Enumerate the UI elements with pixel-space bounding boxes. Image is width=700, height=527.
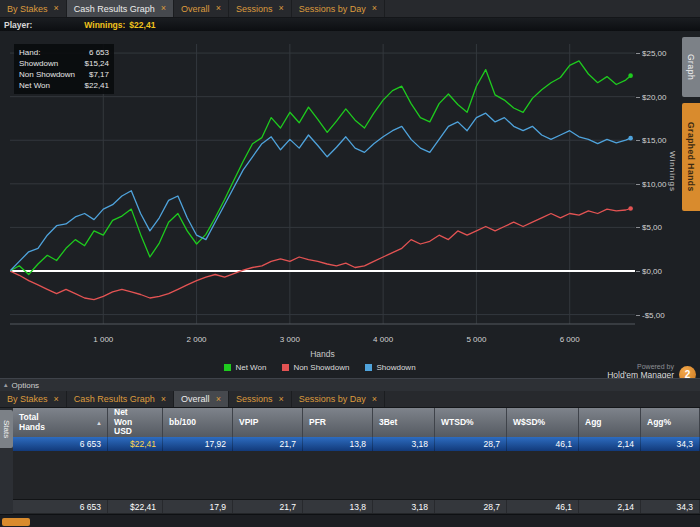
column-header-label: Net Won USD [114,408,132,437]
y-tick-label: $5,00 [642,223,662,232]
info-value: $22,41 [85,80,109,91]
x-axis-title: Hands [10,349,635,359]
horizontal-scrollbar[interactable] [0,514,700,527]
column-header-label: Agg% [647,418,671,428]
tab-label: Sessions [236,4,273,14]
tab-by-stakes[interactable]: By Stakes× [0,391,67,407]
tab-close-icon[interactable]: × [216,395,221,404]
tab-sessions-by-day[interactable]: Sessions by Day× [292,391,385,407]
legend-swatch-icon [282,364,289,371]
info-box-row: Hand:6 653 [19,47,109,58]
side-tab-stats[interactable]: Stats [0,410,13,448]
cell-w-sd-: 46,1 [507,437,579,451]
column-header-3bet[interactable]: 3Bet [373,408,435,437]
column-header-label: PFR [309,418,326,428]
tab-label: Cash Results Graph [74,4,155,14]
x-tick-label: 4 000 [361,335,405,344]
y-tick-mark [636,315,640,316]
info-label: Hand: [19,47,40,58]
column-header-pfr[interactable]: PFR [303,408,373,437]
cell-wtsd-: 28,7 [435,437,507,451]
tab-overall[interactable]: Overall× [174,391,229,407]
info-box-row: Non Showdown$7,17 [19,69,109,80]
player-label: Player: [4,20,32,30]
y-tick-label: $15,00 [642,136,666,145]
series-end-marker [628,206,633,211]
column-header-label: bb/100 [169,418,196,428]
y-tick-mark [636,97,640,98]
cell-agg: 2,14 [579,437,641,451]
column-header-w-sd-[interactable]: W$SD% [507,408,579,437]
column-header-total-hands[interactable]: Total Hands▲ [13,408,108,437]
tab-label: By Stakes [7,394,48,404]
tab-close-icon[interactable]: × [278,4,283,13]
tab-by-stakes[interactable]: By Stakes× [0,0,67,17]
tab-sessions[interactable]: Sessions× [229,391,292,407]
side-tab-graph[interactable]: Graph [682,37,700,97]
cell-net-won-usd: $22,41 [108,500,163,513]
tab-close-icon[interactable]: × [372,395,377,404]
tab-close-icon[interactable]: × [278,395,283,404]
y-tick-mark [636,271,640,272]
column-header-wtsd-[interactable]: WTSD% [435,408,507,437]
top-tab-bar: By Stakes×Cash Results Graph×Overall×Ses… [0,0,700,18]
player-bar: Player: Winnings: $22,41 [0,18,700,31]
info-box-row: Showdown$15,24 [19,58,109,69]
stats-area: Stats Total Hands▲Net Won USDbb/100VPIPP… [0,408,700,527]
scrollbar-thumb[interactable] [2,518,30,526]
cell-pfr: 13,8 [303,437,373,451]
legend-swatch-icon [224,364,231,371]
y-tick-mark [636,184,640,185]
y-tick-label: $10,00 [642,180,666,189]
column-header-agg-[interactable]: Agg% [641,408,700,437]
column-header-label: Total Hands [19,413,45,432]
tab-label: By Stakes [7,4,48,14]
tab-close-icon[interactable]: × [372,4,377,13]
legend-label: Net Won [235,363,266,372]
column-header-net-won-usd[interactable]: Net Won USD [108,408,163,437]
tab-close-icon[interactable]: × [54,395,59,404]
winnings-value: $22,41 [129,20,155,30]
cell-wtsd-: 28,7 [435,500,507,513]
x-tick-label: 3 000 [268,335,312,344]
column-header-vpip[interactable]: VPIP [233,408,303,437]
tab-close-icon[interactable]: × [54,4,59,13]
tab-label: Sessions by Day [299,4,366,14]
tab-cash-results-graph[interactable]: Cash Results Graph× [67,391,174,407]
x-tick-label: 1 000 [81,335,125,344]
info-value: $15,24 [85,58,109,69]
cell-net-won-usd: $22,41 [108,437,163,451]
tab-overall[interactable]: Overall× [174,0,229,17]
chart-legend: Net WonNon ShowdownShowdown [0,363,640,372]
options-button[interactable]: ▴ Options [4,381,39,390]
cell-vpip: 21,7 [233,437,303,451]
cell-bb-100: 17,92 [163,437,233,451]
info-label: Non Showdown [19,69,75,80]
cell-agg: 2,14 [579,500,641,513]
tab-close-icon[interactable]: × [161,4,166,13]
cell-total-hands: 6 653 [13,500,108,513]
tab-cash-results-graph[interactable]: Cash Results Graph× [67,0,174,17]
tab-sessions[interactable]: Sessions× [229,0,292,17]
legend-label: Non Showdown [293,363,349,372]
tab-label: Sessions by Day [299,394,366,404]
tab-close-icon[interactable]: × [216,4,221,13]
tab-sessions-by-day[interactable]: Sessions by Day× [292,0,385,17]
y-tick-mark [636,53,640,54]
stats-table-row[interactable]: 6 653$22,4117,9221,713,83,1828,746,12,14… [13,437,700,451]
expand-arrow-icon: ▴ [4,381,8,389]
info-label: Showdown [19,58,58,69]
x-tick-label: 2 000 [175,335,219,344]
tab-close-icon[interactable]: × [161,395,166,404]
info-box-row: Net Won$22,41 [19,80,109,91]
column-header-agg[interactable]: Agg [579,408,641,437]
y-tick-mark [636,227,640,228]
sort-arrow-icon: ▲ [96,419,102,429]
legend-item-net-won: Net Won [224,363,266,372]
cell-vpip: 21,7 [233,500,303,513]
x-tick-label: 5 000 [454,335,498,344]
y-tick-label: $20,00 [642,93,666,102]
side-tab-graphed-hands[interactable]: Graphed Hands [682,103,700,211]
tab-label: Sessions [236,394,273,404]
column-header-bb-100[interactable]: bb/100 [163,408,233,437]
